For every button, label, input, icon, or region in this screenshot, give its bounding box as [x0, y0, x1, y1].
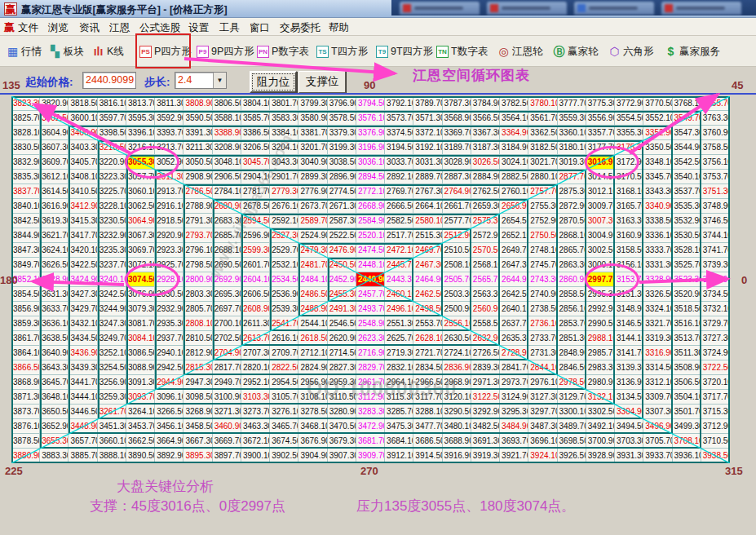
- toolbar-item-9p-square[interactable]: P99P四方形: [197, 43, 254, 60]
- price-cell: 3684.10: [385, 434, 413, 449]
- price-cell: 2704.90: [213, 346, 241, 360]
- blurred-tab[interactable]: [487, 2, 567, 15]
- blurred-tab[interactable]: [574, 2, 654, 15]
- toolbar-item-label: P四方形: [154, 45, 192, 59]
- price-cell: 3859.30: [11, 316, 40, 331]
- price-cell: 3494.50: [615, 419, 643, 434]
- blurred-tab[interactable]: [661, 2, 741, 15]
- toolbar-item-winner-wheel[interactable]: Ⓑ赢家轮: [553, 43, 599, 60]
- price-cell: 3556.90: [586, 111, 615, 126]
- price-cell: 3278.50: [298, 405, 327, 419]
- price-cell: 2599.30: [241, 243, 270, 258]
- price-cell: 2659.30: [471, 199, 500, 214]
- toolbar-item-sectors[interactable]: ▚板块: [49, 43, 84, 60]
- price-cell: 3196.90: [356, 140, 385, 155]
- price-cell: 2911.30: [155, 170, 183, 184]
- price-cell: 2750.50: [528, 228, 557, 243]
- price-cell: 3708.10: [673, 434, 701, 449]
- price-cell: 2611.30: [241, 316, 270, 331]
- menu-item-8[interactable]: 窗口: [250, 21, 270, 35]
- price-cell: 3086.50: [126, 346, 155, 360]
- price-cell: 3424.90: [69, 272, 97, 287]
- menu-item-4[interactable]: 江恩: [109, 21, 130, 35]
- price-cell: 3813.70: [126, 96, 155, 111]
- price-cell: 2733.70: [528, 331, 557, 346]
- angle-label-270: 270: [360, 465, 378, 477]
- toolbar-item-winner-service[interactable]: $赢家服务: [665, 43, 720, 60]
- price-cell: 3357.70: [586, 126, 615, 140]
- price-cell: 2572.90: [471, 228, 500, 243]
- tab-text-blur: [676, 7, 725, 10]
- angle-label-180: 180: [0, 274, 18, 286]
- price-cell: 3842.50: [11, 214, 40, 228]
- price-cell: 3578.50: [328, 111, 356, 126]
- price-cell: 3590.50: [183, 111, 212, 126]
- menu-item-2[interactable]: 浏览: [48, 21, 69, 35]
- toolbar-item-t-number-table[interactable]: TNT数字表: [436, 43, 488, 60]
- price-cell: 3796.90: [328, 96, 356, 111]
- toolbar-item-quotes[interactable]: ▦行情: [7, 43, 42, 60]
- price-cell: 3280.90: [328, 405, 356, 419]
- toolbar-item-gann-wheel[interactable]: ◎江恩轮: [497, 43, 543, 60]
- price-cell: 2462.50: [413, 287, 442, 302]
- price-cell: 3043.30: [270, 155, 298, 170]
- price-cell: 3456.10: [155, 419, 183, 434]
- chevron-down-icon[interactable]: ▼: [213, 73, 226, 88]
- price-cell: 2925.70: [155, 258, 183, 272]
- price-cell: 2786.50: [183, 184, 212, 199]
- price-cell: 2904.10: [241, 170, 270, 184]
- price-cell: 2587.30: [328, 214, 356, 228]
- price-cell: 3336.10: [643, 228, 672, 243]
- price-cell: 3883.30: [40, 449, 69, 463]
- tab-text-blur: [502, 7, 550, 10]
- price-cell: 3722.50: [701, 360, 730, 375]
- price-cell: 2810.50: [183, 331, 212, 346]
- toolbar-item-label: K线: [107, 45, 124, 59]
- blurred-browser-tabs[interactable]: [391, 0, 756, 15]
- toolbar-item-hexagon[interactable]: ⬡六角形: [608, 43, 654, 60]
- price-cell: 3189.70: [443, 140, 471, 155]
- price-cell: 3465.70: [270, 419, 298, 434]
- price-cell: 2510.50: [443, 243, 471, 258]
- price-cell: 2575.30: [471, 214, 500, 228]
- toolbar-item-kline[interactable]: ılıK线: [92, 43, 124, 60]
- price-cell: 2517.70: [385, 228, 413, 243]
- price-cell: 2932.90: [155, 302, 183, 316]
- price-cell: 3482.50: [471, 419, 500, 434]
- tn-icon: TN: [436, 46, 449, 58]
- price-cell: 3290.50: [443, 405, 471, 419]
- price-cell: 3564.10: [500, 111, 528, 126]
- price-cell: 3148.90: [615, 302, 643, 316]
- menu-item-7[interactable]: 工具: [219, 21, 240, 35]
- menu-item-5[interactable]: 公式选股: [139, 21, 180, 35]
- app-window: 赢 赢家江恩专业版[赢家服务平台] - [价格正方形] 赢 文件浏览资讯江恩公式…: [0, 0, 756, 535]
- price-cell: 3861.70: [11, 331, 40, 346]
- price-cell: 3624.10: [40, 243, 69, 258]
- toolbar-item-9t-square[interactable]: T99T四方形: [376, 43, 433, 60]
- menu-item-1[interactable]: 文件: [18, 21, 38, 35]
- step-combobox[interactable]: 2.4 ▼: [175, 72, 227, 89]
- price-cell: 3612.10: [40, 170, 69, 184]
- price-cell: 3508.90: [673, 360, 701, 375]
- toolbar-item-p-number-table[interactable]: PNP数字表: [257, 43, 309, 60]
- price-cell: 3211.30: [183, 140, 212, 155]
- price-cell: 3420.10: [69, 243, 97, 258]
- price-cell: 2664.10: [413, 199, 442, 214]
- price-cell: 3537.70: [673, 184, 701, 199]
- menu-item-3[interactable]: 资讯: [79, 21, 99, 35]
- resistance-button[interactable]: 阻力位: [250, 71, 297, 93]
- blurred-tab[interactable]: [400, 2, 480, 15]
- toolbar-item-label: 板块: [64, 45, 84, 59]
- toolbar-item-p-square[interactable]: PSP四方形: [139, 43, 192, 60]
- price-cell: 3765.70: [701, 96, 730, 111]
- toolbar-item-t-square[interactable]: TST四方形: [316, 43, 368, 60]
- start-price-input[interactable]: 2440.9099: [82, 72, 136, 89]
- support-button[interactable]: 支撑位: [298, 71, 346, 93]
- menu-item-9[interactable]: 交易委托: [280, 21, 321, 35]
- price-cell: 3540.10: [673, 170, 701, 184]
- price-cell: 3554.50: [615, 111, 643, 126]
- price-cell: 3165.70: [615, 199, 643, 214]
- menu-item-10[interactable]: 帮助: [329, 21, 349, 35]
- price-cell: 3640.90: [40, 346, 69, 360]
- menu-item-6[interactable]: 设置: [188, 21, 209, 35]
